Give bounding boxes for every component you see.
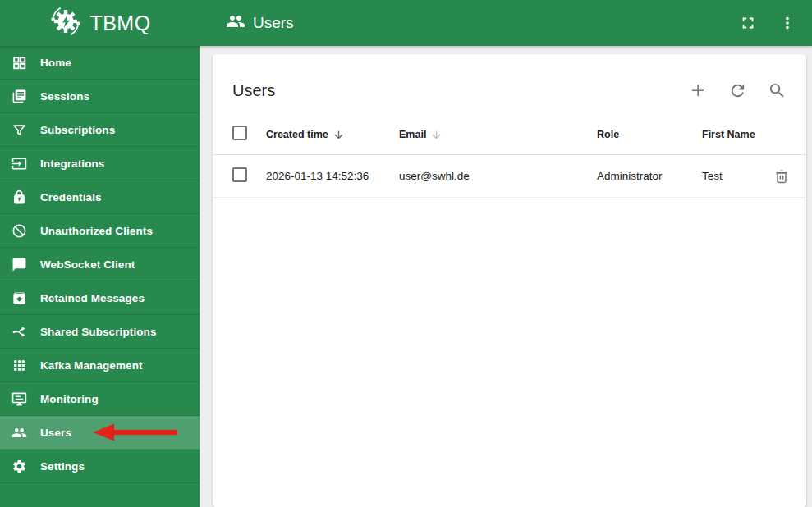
column-label: First Name: [702, 129, 755, 140]
more-menu-button[interactable]: [778, 13, 797, 33]
app-logo[interactable]: TBMQ: [0, 0, 200, 46]
monitor-icon: [11, 391, 27, 407]
cell-first-name: Test: [702, 170, 772, 182]
column-header-email[interactable]: Email: [399, 129, 597, 141]
topbar: TBMQ Users: [0, 0, 812, 46]
archive-icon: [11, 290, 27, 306]
sidebar-item-label: Monitoring: [40, 393, 99, 405]
card-toolbar: [688, 80, 787, 100]
sidebar-item-unauthorized-clients[interactable]: Unauthorized Clients: [0, 214, 200, 248]
chat-icon: [11, 256, 27, 272]
sidebar-item-sessions[interactable]: Sessions: [0, 80, 200, 113]
sidebar-item-settings[interactable]: Settings: [0, 450, 200, 483]
column-label: Email: [399, 129, 426, 140]
sidebar: Home Sessions Subscriptions Integrations…: [0, 46, 200, 507]
main-content: Users Created time: [200, 46, 812, 507]
sidebar-item-label: Settings: [40, 460, 85, 473]
sidebar-item-label: WebSocket Client: [40, 258, 135, 271]
card-title: Users: [232, 81, 275, 100]
sidebar-item-integrations[interactable]: Integrations: [0, 147, 200, 180]
sort-desc-icon-inactive: [430, 129, 443, 141]
select-all-checkbox[interactable]: [232, 126, 247, 140]
sidebar-item-users[interactable]: Users: [0, 416, 200, 450]
apps-grid-icon: [11, 357, 27, 373]
column-label: Created time: [266, 129, 328, 140]
sidebar-item-label: Sessions: [40, 90, 89, 103]
page-title: Users: [226, 11, 294, 35]
sidebar-item-home[interactable]: Home: [0, 46, 200, 80]
table-header-row: Created time Email Role First Name: [213, 115, 806, 155]
input-icon: [11, 155, 27, 171]
card-header: Users: [213, 54, 806, 115]
cell-role: Administrator: [597, 170, 702, 182]
sidebar-item-label: Retained Messages: [40, 292, 145, 304]
sidebar-item-subscriptions[interactable]: Subscriptions: [0, 113, 200, 147]
sidebar-item-monitoring[interactable]: Monitoring: [0, 382, 200, 416]
dashboard-icon: [11, 54, 27, 71]
row-checkbox[interactable]: [232, 167, 247, 182]
users-card: Users Created time: [213, 54, 806, 507]
logo-text: TBMQ: [89, 11, 150, 35]
gear-icon: [11, 458, 27, 474]
sidebar-item-label: Kafka Management: [40, 359, 143, 372]
sidebar-item-websocket-client[interactable]: WebSocket Client: [0, 248, 200, 281]
column-header-first-name[interactable]: First Name: [702, 129, 772, 140]
sidebar-item-label: Integrations: [40, 158, 104, 170]
delete-user-button[interactable]: [772, 167, 791, 186]
block-icon: [11, 222, 27, 239]
column-label: Role: [597, 129, 619, 140]
column-header-created-time[interactable]: Created time: [266, 129, 399, 141]
cell-email: user@swhl.de: [399, 170, 597, 182]
sidebar-item-kafka-management[interactable]: Kafka Management: [0, 349, 200, 382]
sidebar-item-label: Unauthorized Clients: [40, 225, 153, 237]
cell-created-time: 2026-01-13 14:52:36: [266, 170, 399, 182]
sidebar-item-label: Home: [40, 57, 71, 69]
people-icon: [226, 11, 245, 35]
search-button[interactable]: [767, 80, 787, 100]
sidebar-item-credentials[interactable]: Credentials: [0, 180, 200, 214]
column-header-role[interactable]: Role: [597, 129, 702, 140]
sort-desc-icon: [333, 129, 345, 141]
sidebar-item-retained-messages[interactable]: Retained Messages: [0, 281, 200, 315]
tbmq-gear-logo-icon: [48, 4, 83, 42]
sidebar-item-label: Subscriptions: [40, 124, 115, 136]
sidebar-item-label: Users: [40, 427, 71, 439]
sidebar-item-shared-subscriptions[interactable]: Shared Subscriptions: [0, 315, 200, 349]
filter-icon: [11, 121, 27, 138]
people-icon: [11, 424, 27, 441]
page-title-label: Users: [253, 14, 294, 32]
fullscreen-button[interactable]: [738, 13, 758, 33]
add-user-button[interactable]: [688, 80, 708, 100]
table-row[interactable]: 2026-01-13 14:52:36 user@swhl.de Adminis…: [213, 155, 806, 198]
split-icon: [11, 323, 27, 340]
refresh-button[interactable]: [727, 80, 747, 100]
sidebar-item-label: Shared Subscriptions: [40, 326, 157, 338]
book-icon: [11, 88, 27, 104]
lock-icon: [11, 189, 27, 205]
sidebar-item-label: Credentials: [40, 191, 102, 203]
